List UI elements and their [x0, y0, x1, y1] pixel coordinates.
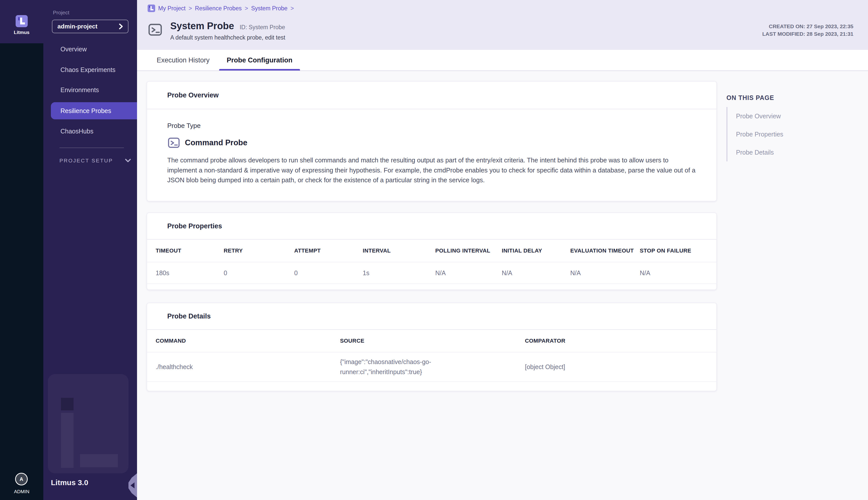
probe-type-description: The command probe allows developers to r…: [167, 155, 696, 185]
probe-overview-card: Probe Overview Probe Type Command Probe …: [147, 81, 717, 202]
on-this-page-title: ON THIS PAGE: [726, 94, 868, 101]
litmus-app: Litmus Project admin-project Overview Ch…: [0, 0, 868, 500]
details-header-row: COMMAND SOURCE COMPARATOR: [147, 330, 717, 352]
val-interval: 1s: [363, 269, 435, 277]
val-retry: 0: [224, 269, 294, 277]
version-label: Litmus 3.0: [51, 478, 88, 487]
breadcrumb-resilience-probes[interactable]: Resilience Probes: [195, 5, 241, 12]
col-command: COMMAND: [156, 338, 340, 344]
details-value-row: ./healthcheck {"image":"chaosnative/chao…: [147, 352, 717, 382]
probe-properties-title: Probe Properties: [147, 213, 717, 239]
breadcrumb-separator: >: [189, 5, 192, 12]
avatar[interactable]: A: [15, 473, 28, 485]
val-source: {"image":"chaosnative/chaos-go-runner:ci…: [340, 352, 453, 382]
breadcrumb-logo-icon: [148, 4, 155, 12]
breadcrumb-system-probe[interactable]: System Probe: [251, 5, 288, 12]
sidebar-nav: Project admin-project Overview Chaos Exp…: [43, 0, 137, 500]
page-header: My Project > Resilience Probes > System …: [137, 0, 868, 50]
project-setup-label: PROJECT SETUP: [59, 158, 113, 164]
collapse-left-icon: [131, 482, 135, 488]
val-stop-on-failure: N/A: [640, 269, 717, 277]
sidebar-divider: [59, 148, 124, 148]
breadcrumb-separator: >: [245, 5, 248, 12]
col-source: SOURCE: [340, 338, 525, 344]
col-comparator: COMPARATOR: [525, 338, 717, 344]
sidebar-item-environments[interactable]: Environments: [43, 80, 137, 100]
page-title: System Probe: [170, 21, 234, 32]
command-probe-icon: [167, 136, 180, 149]
col-evaluation-timeout: EVALUATION TIMEOUT: [570, 248, 640, 254]
probe-type-value: Command Probe: [185, 138, 247, 147]
sidebar-item-chaoshubs[interactable]: ChaosHubs: [43, 121, 137, 141]
probe-type-label: Probe Type: [167, 122, 696, 130]
probe-id: ID: System Probe: [239, 24, 285, 31]
sidebar-item-resilience-probes[interactable]: Resilience Probes: [51, 102, 137, 120]
sidebar: Litmus Project admin-project Overview Ch…: [0, 0, 137, 500]
on-this-page: ON THIS PAGE Probe Overview Probe Proper…: [726, 94, 868, 161]
litmus-watermark-logo: [48, 374, 128, 473]
timestamps: CREATED ON: 27 Sep 2023, 22:35 LAST MODI…: [762, 23, 853, 38]
content-area: Probe Overview Probe Type Command Probe …: [137, 71, 868, 500]
probe-subtitle: A default system healthcheck probe, edit…: [170, 34, 285, 41]
project-select-value: admin-project: [57, 23, 98, 30]
val-initial-delay: N/A: [502, 269, 570, 277]
val-comparator: [object Object]: [525, 363, 717, 371]
project-setup-toggle[interactable]: PROJECT SETUP: [59, 158, 131, 164]
avatar-letter: A: [20, 476, 23, 482]
col-stop-on-failure: STOP ON FAILURE: [640, 248, 717, 254]
tab-bar: Execution History Probe Configuration: [137, 50, 868, 71]
col-polling-interval: POLLING INTERVAL: [435, 248, 502, 254]
val-attempt: 0: [294, 269, 363, 277]
col-timeout: TIMEOUT: [156, 248, 224, 254]
val-polling-interval: N/A: [435, 269, 502, 277]
col-attempt: ATTEMPT: [294, 248, 363, 254]
val-command: ./healthcheck: [156, 363, 340, 371]
probe-details-title: Probe Details: [147, 303, 717, 329]
tab-execution-history[interactable]: Execution History: [148, 50, 218, 70]
logo-label: Litmus: [0, 30, 43, 35]
link-probe-details[interactable]: Probe Details: [736, 143, 868, 161]
project-select[interactable]: admin-project: [52, 20, 128, 33]
col-initial-delay: INITIAL DELAY: [502, 248, 570, 254]
val-timeout: 180s: [156, 269, 224, 277]
col-interval: INTERVAL: [363, 248, 435, 254]
properties-value-row: 180s 0 0 1s N/A N/A N/A N/A: [147, 262, 717, 284]
created-on: CREATED ON: 27 Sep 2023, 22:35: [762, 23, 853, 30]
last-modified: LAST MODIFIED: 28 Sep 2023, 21:31: [762, 30, 853, 38]
user-label: ADMIN: [0, 489, 43, 495]
sidebar-rail: [0, 43, 43, 500]
sidebar-item-chaos-experiments[interactable]: Chaos Experiments: [43, 59, 137, 80]
properties-header-row: TIMEOUT RETRY ATTEMPT INTERVAL POLLING I…: [147, 240, 717, 262]
probe-properties-card: Probe Properties TIMEOUT RETRY ATTEMPT I…: [147, 213, 717, 290]
breadcrumb-separator: >: [291, 5, 294, 12]
chevron-down-icon: [125, 159, 131, 163]
link-probe-overview[interactable]: Probe Overview: [736, 107, 868, 125]
chevron-right-icon: [119, 23, 123, 30]
col-retry: RETRY: [224, 248, 294, 254]
breadcrumb-my-project[interactable]: My Project: [158, 5, 185, 12]
tab-probe-configuration[interactable]: Probe Configuration: [218, 50, 301, 70]
project-label: Project: [53, 10, 69, 15]
probe-details-card: Probe Details COMMAND SOURCE COMPARATOR …: [147, 303, 717, 391]
litmus-logo-icon[interactable]: [15, 15, 28, 27]
link-probe-properties[interactable]: Probe Properties: [736, 125, 868, 143]
breadcrumb: My Project > Resilience Probes > System …: [148, 4, 294, 12]
val-evaluation-timeout: N/A: [570, 269, 640, 277]
terminal-icon: [148, 22, 163, 37]
probe-overview-title: Probe Overview: [147, 82, 717, 109]
sidebar-item-overview[interactable]: Overview: [43, 39, 137, 59]
